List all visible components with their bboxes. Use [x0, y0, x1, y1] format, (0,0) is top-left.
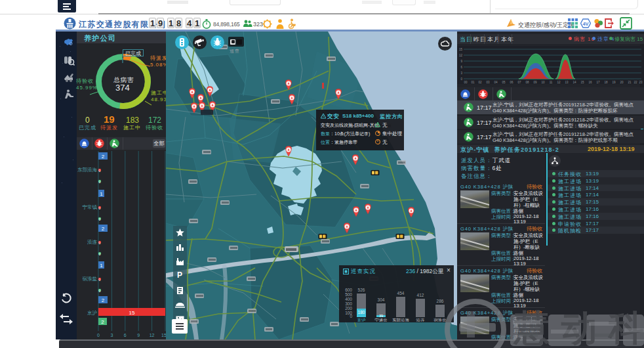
svg-text:00: 00	[464, 81, 468, 84]
svg-text:06: 06	[510, 81, 513, 84]
svg-text:07: 07	[517, 81, 521, 84]
svg-text:500: 500	[345, 292, 352, 297]
svg-text:1: 1	[100, 191, 103, 197]
svg-text:01: 01	[471, 81, 475, 84]
svg-text:2: 2	[101, 319, 104, 325]
svg-text:15: 15	[161, 333, 166, 337]
svg-text:03: 03	[486, 81, 490, 84]
svg-text:0: 0	[99, 169, 101, 173]
svg-text:6: 6	[124, 333, 127, 337]
svg-text:0: 0	[99, 278, 101, 282]
svg-text:08: 08	[525, 81, 529, 84]
svg-text:0: 0	[97, 333, 100, 337]
svg-text:400: 400	[345, 297, 352, 301]
svg-text:19: 19	[612, 81, 616, 84]
svg-text:11: 11	[550, 81, 553, 84]
svg-text:300: 300	[345, 301, 352, 306]
svg-text:宿淮盐: 宿淮盐	[83, 276, 98, 282]
svg-text:0: 0	[99, 206, 101, 210]
svg-text:15: 15	[459, 48, 463, 51]
svg-text:13: 13	[565, 81, 569, 84]
svg-text:3: 3	[110, 333, 113, 337]
svg-text:0: 0	[99, 289, 101, 293]
svg-text:20: 20	[620, 81, 624, 84]
svg-text:526: 526	[358, 288, 365, 292]
svg-text:05: 05	[502, 81, 506, 84]
svg-text:0: 0	[99, 241, 101, 245]
svg-text:200: 200	[345, 306, 352, 311]
svg-text:2: 2	[102, 226, 105, 232]
svg-text:宿淮盐: 宿淮盐	[433, 318, 447, 322]
svg-text:0: 0	[99, 217, 101, 221]
svg-text:600: 600	[345, 288, 352, 292]
svg-text:23: 23	[639, 81, 643, 84]
svg-text:9: 9	[137, 333, 140, 337]
svg-text:14: 14	[573, 81, 576, 84]
svg-text:东部沿海: 东部沿海	[77, 167, 98, 173]
svg-text:12: 12	[557, 81, 561, 84]
svg-text:1: 1	[100, 263, 103, 269]
svg-text:京沪: 京沪	[357, 318, 366, 322]
svg-text:宁通盐: 宁通盐	[374, 318, 388, 322]
svg-text:宁常镇: 宁常镇	[83, 204, 98, 210]
svg-text:15: 15	[129, 310, 135, 316]
svg-text:京沪: 京沪	[87, 310, 97, 316]
svg-text:东部沿海: 东部沿海	[392, 318, 410, 322]
svg-text:18: 18	[604, 81, 608, 84]
svg-text:4V: 4V	[582, 21, 588, 27]
svg-text:39: 39	[379, 314, 383, 318]
svg-text:304: 304	[378, 297, 385, 302]
svg-text:2: 2	[102, 154, 105, 160]
svg-text:17: 17	[596, 81, 600, 84]
svg-text:286: 286	[437, 299, 444, 303]
svg-text:12: 12	[150, 333, 155, 337]
svg-text:180: 180	[358, 310, 365, 315]
svg-text:0: 0	[99, 180, 101, 184]
svg-text:15: 15	[580, 81, 584, 84]
svg-text:沿连: 沿连	[87, 239, 98, 245]
svg-text:412: 412	[417, 293, 424, 297]
svg-text:12: 12	[459, 54, 463, 57]
svg-text:21: 21	[628, 81, 632, 84]
svg-text:02: 02	[478, 81, 482, 84]
svg-text:0: 0	[99, 252, 101, 256]
svg-text:22: 22	[634, 81, 637, 84]
svg-text:04: 04	[494, 81, 498, 84]
svg-text:16: 16	[588, 81, 592, 84]
svg-text:10: 10	[541, 81, 545, 84]
svg-text:454: 454	[397, 291, 405, 295]
svg-text:2: 2	[102, 297, 105, 303]
svg-text:0: 0	[350, 314, 352, 318]
svg-text:沿连: 沿连	[416, 318, 426, 322]
svg-text:09: 09	[533, 81, 537, 84]
